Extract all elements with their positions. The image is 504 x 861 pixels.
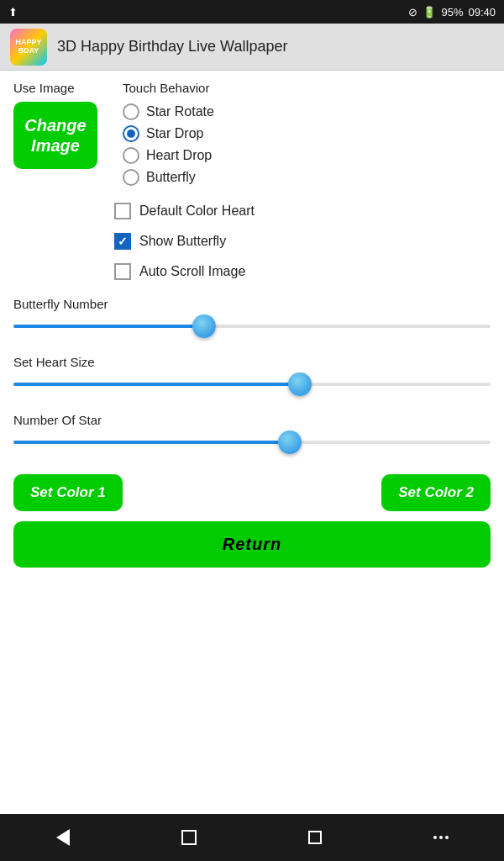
recents-icon bbox=[308, 831, 322, 844]
more-options-button[interactable] bbox=[417, 829, 465, 846]
checkbox-label-default-color-heart: Default Color Heart bbox=[139, 203, 255, 219]
clock: 09:40 bbox=[468, 6, 496, 18]
butterfly-number-track bbox=[13, 325, 491, 328]
back-icon bbox=[56, 829, 70, 846]
back-button[interactable] bbox=[39, 822, 87, 853]
set-heart-size-track bbox=[13, 383, 491, 386]
bottom-buttons: Set Color 1 Set Color 2 bbox=[13, 467, 491, 518]
recents-button[interactable] bbox=[291, 824, 339, 851]
set-heart-size-slider[interactable] bbox=[13, 376, 491, 393]
use-image-section: Use Image Change Image bbox=[13, 81, 106, 186]
radio-circle-star-drop bbox=[123, 125, 139, 142]
change-image-button[interactable]: Change Image bbox=[13, 102, 97, 169]
checkbox-box-default-color-heart bbox=[114, 203, 131, 219]
radio-butterfly[interactable]: Butterfly bbox=[123, 169, 214, 186]
checkbox-label-show-butterfly: Show Butterfly bbox=[139, 234, 226, 249]
dot-3 bbox=[445, 836, 449, 839]
number-of-star-label: Number Of Star bbox=[13, 413, 491, 427]
use-image-label: Use Image bbox=[13, 81, 75, 95]
radio-label-heart-drop: Heart Drop bbox=[146, 148, 212, 163]
checkbox-show-butterfly[interactable]: Show Butterfly bbox=[114, 233, 491, 250]
more-icon bbox=[433, 836, 449, 839]
app-icon: HAPPY BDAY bbox=[10, 29, 47, 66]
checkbox-section: Default Color Heart Show Butterfly Auto … bbox=[114, 203, 491, 280]
dot-1 bbox=[433, 836, 437, 839]
number-of-star-thumb[interactable] bbox=[278, 430, 302, 454]
block-icon: ⊘ bbox=[408, 6, 417, 18]
number-of-star-group: Number Of Star bbox=[13, 413, 491, 451]
top-section: Use Image Change Image Touch Behavior St… bbox=[13, 81, 491, 186]
radio-circle-butterfly bbox=[123, 169, 139, 186]
home-icon bbox=[181, 830, 197, 845]
checkbox-box-show-butterfly bbox=[114, 233, 131, 250]
set-color-1-button[interactable]: Set Color 1 bbox=[13, 474, 123, 511]
radio-circle-heart-drop bbox=[123, 147, 139, 164]
battery-icon: 🔋 bbox=[423, 6, 436, 18]
main-content: Use Image Change Image Touch Behavior St… bbox=[0, 71, 504, 814]
status-right: ⊘ 🔋 95% 09:40 bbox=[408, 6, 496, 18]
return-button[interactable]: Return bbox=[13, 521, 491, 568]
home-button[interactable] bbox=[165, 823, 213, 852]
butterfly-number-slider[interactable] bbox=[13, 318, 491, 335]
touch-behavior-title: Touch Behavior bbox=[123, 81, 214, 95]
return-btn-container: Return bbox=[13, 518, 491, 574]
checkbox-auto-scroll-image[interactable]: Auto Scroll Image bbox=[114, 263, 491, 280]
butterfly-number-group: Butterfly Number bbox=[13, 297, 491, 335]
set-heart-size-group: Set Heart Size bbox=[13, 355, 491, 393]
sliders-section: Butterfly Number Set Heart Size Number O… bbox=[13, 297, 491, 451]
battery-percent: 95% bbox=[441, 6, 463, 18]
number-of-star-fill bbox=[13, 441, 290, 444]
radio-heart-drop[interactable]: Heart Drop bbox=[123, 147, 214, 164]
checkbox-box-auto-scroll-image bbox=[114, 263, 131, 280]
radio-star-rotate[interactable]: Star Rotate bbox=[123, 103, 214, 120]
status-bar: ⬆ ⊘ 🔋 95% 09:40 bbox=[0, 0, 504, 24]
set-heart-size-label: Set Heart Size bbox=[13, 355, 491, 369]
radio-star-drop[interactable]: Star Drop bbox=[123, 125, 214, 142]
radio-label-star-drop: Star Drop bbox=[146, 126, 203, 141]
number-of-star-track bbox=[13, 441, 491, 444]
usb-icon: ⬆ bbox=[8, 6, 18, 18]
dot-2 bbox=[439, 836, 443, 839]
app-bar: HAPPY BDAY 3D Happy Birthday Live Wallpa… bbox=[0, 24, 504, 71]
checkbox-label-auto-scroll-image: Auto Scroll Image bbox=[139, 264, 245, 279]
app-title: 3D Happy Birthday Live Wallpaper bbox=[57, 38, 287, 55]
radio-label-star-rotate: Star Rotate bbox=[146, 104, 214, 119]
butterfly-number-thumb[interactable] bbox=[192, 314, 216, 338]
set-color-2-button[interactable]: Set Color 2 bbox=[381, 474, 491, 511]
number-of-star-slider[interactable] bbox=[13, 434, 491, 451]
set-heart-size-fill bbox=[13, 383, 300, 386]
checkbox-default-color-heart[interactable]: Default Color Heart bbox=[114, 203, 491, 219]
nav-bar bbox=[0, 814, 504, 861]
status-left: ⬆ bbox=[8, 6, 18, 18]
radio-label-butterfly: Butterfly bbox=[146, 170, 196, 185]
radio-circle-star-rotate bbox=[123, 103, 139, 120]
touch-behavior-section: Touch Behavior Star Rotate Star Drop Hea… bbox=[123, 81, 214, 186]
butterfly-number-label: Butterfly Number bbox=[13, 297, 491, 311]
butterfly-number-fill bbox=[13, 325, 204, 328]
set-heart-size-thumb[interactable] bbox=[288, 372, 312, 396]
